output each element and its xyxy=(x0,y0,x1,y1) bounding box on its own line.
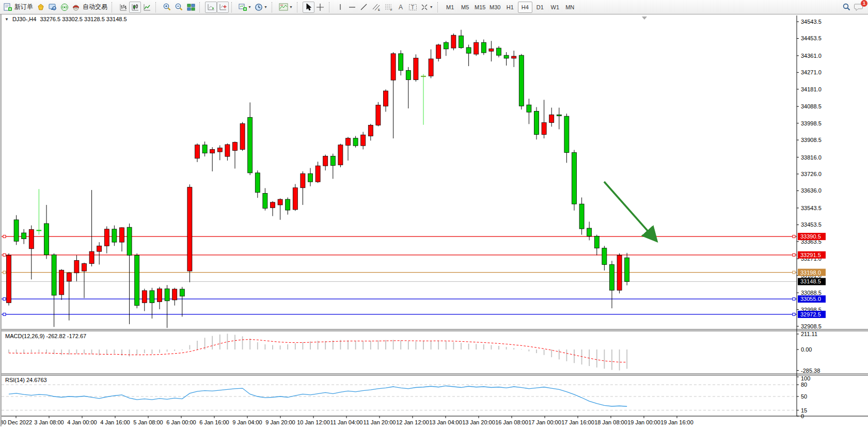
candle-body xyxy=(112,229,117,242)
horizontal-line[interactable] xyxy=(2,271,797,274)
text-label-button[interactable]: T xyxy=(407,2,419,13)
timeframe-m1[interactable]: M1 xyxy=(443,2,457,13)
toolbar-separator xyxy=(199,2,203,12)
search-icon xyxy=(842,3,851,11)
templates-button[interactable]: ▼ xyxy=(277,2,294,13)
candle-body xyxy=(286,199,290,210)
svg-text:33636.0: 33636.0 xyxy=(801,187,822,194)
line-chart-button[interactable] xyxy=(141,2,153,13)
svg-text:6 Jan 00:00: 6 Jan 00:00 xyxy=(166,419,196,425)
candle-body xyxy=(391,54,396,80)
fibonacci-button[interactable]: F xyxy=(383,2,395,13)
auto-scroll-button[interactable] xyxy=(205,2,217,13)
chevron-down-icon: ▼ xyxy=(248,5,251,9)
horizontal-line[interactable] xyxy=(2,298,797,300)
rsi-indicator-label: RSI(14) 24.6763 xyxy=(5,377,47,383)
chart-window[interactable]: 34543.534453.534361.034271.034181.034088… xyxy=(0,14,868,426)
svg-text:F: F xyxy=(390,8,392,11)
chart-shift-button[interactable] xyxy=(217,2,229,13)
new-order-button[interactable]: 新订单 xyxy=(2,2,35,13)
timeframe-mn[interactable]: MN xyxy=(563,2,577,13)
equidistant-channel-button[interactable]: E xyxy=(370,2,383,13)
timeframe-m5[interactable]: M5 xyxy=(458,2,472,13)
new-order-label: 新订单 xyxy=(14,3,33,11)
candle-body xyxy=(346,138,351,146)
candle-body xyxy=(7,255,11,303)
candle-body xyxy=(59,270,64,295)
bar-chart-button[interactable] xyxy=(117,2,129,13)
signals-button[interactable] xyxy=(58,2,70,13)
candle-body xyxy=(248,117,252,173)
candle-body xyxy=(263,194,267,209)
candle-body xyxy=(406,70,411,80)
horizontal-line[interactable] xyxy=(2,253,797,256)
tile-windows-button[interactable] xyxy=(185,2,197,13)
svg-text:100: 100 xyxy=(801,375,810,382)
search-button[interactable] xyxy=(841,2,853,13)
notifications-button[interactable]: 1 xyxy=(853,2,865,13)
toolbar-separator xyxy=(329,2,333,12)
text-button[interactable]: A xyxy=(395,2,407,13)
price-chart[interactable]: 34543.534453.534361.034271.034181.034088… xyxy=(2,14,868,426)
market-button[interactable] xyxy=(35,2,46,13)
svg-text:11 Jan 20:00: 11 Jan 20:00 xyxy=(364,419,396,425)
zoom-out-button[interactable] xyxy=(173,2,185,13)
vps-button[interactable] xyxy=(46,2,58,13)
fibonacci-icon: F xyxy=(384,3,393,11)
candlestick-chart-icon xyxy=(131,3,139,11)
candle-body xyxy=(127,227,132,255)
new-chart-button[interactable]: ▼ xyxy=(237,2,253,13)
candle-body xyxy=(97,246,102,251)
trendline-button[interactable] xyxy=(358,2,370,13)
candle-body xyxy=(444,42,448,49)
candle-body xyxy=(451,35,456,48)
cursor-button[interactable] xyxy=(303,2,314,13)
mt4-terminal: 新订单 自动交易 xyxy=(0,0,868,429)
candle-body xyxy=(150,291,154,303)
chevron-down-icon: ▼ xyxy=(289,5,293,9)
horizontal-line-button[interactable] xyxy=(346,2,358,13)
timeframe-h4[interactable]: H4 xyxy=(518,2,532,13)
candle-body xyxy=(489,49,494,52)
candle-body xyxy=(527,105,531,112)
timeframe-h1[interactable]: H1 xyxy=(503,2,517,13)
price-label: 33390.5 xyxy=(798,233,826,240)
timeframe-m15[interactable]: M15 xyxy=(473,2,487,13)
zoom-in-button[interactable] xyxy=(161,2,173,13)
svg-text:50: 50 xyxy=(801,393,807,400)
one-click-trading-toggle[interactable]: ▼ xyxy=(5,17,9,22)
arrows-button[interactable]: ▼ xyxy=(419,2,435,13)
svg-text:13 Jan 04:00: 13 Jan 04:00 xyxy=(429,419,462,425)
svg-text:4 Jan 00:00: 4 Jan 00:00 xyxy=(67,419,97,425)
horizontal-line-icon xyxy=(348,3,356,11)
auto-trading-button[interactable]: 自动交易 xyxy=(70,2,109,13)
svg-text:E: E xyxy=(378,8,380,11)
candle-body xyxy=(104,229,109,246)
crosshair-button[interactable] xyxy=(314,2,326,13)
candle-body xyxy=(225,145,230,156)
auto-trading-label: 自动交易 xyxy=(83,3,107,11)
svg-text:T: T xyxy=(411,5,414,10)
trend-arrow[interactable] xyxy=(604,182,656,241)
chart-shift-marker[interactable] xyxy=(642,17,647,20)
timeframe-m30[interactable]: M30 xyxy=(488,2,502,13)
vertical-line-button[interactable] xyxy=(335,2,346,13)
new-order-icon xyxy=(4,3,12,11)
candle-body xyxy=(82,264,87,271)
candle-body xyxy=(368,125,373,136)
text-label-icon: T xyxy=(408,3,417,11)
candle-body xyxy=(202,145,207,153)
candle-body xyxy=(414,58,418,80)
svg-text:34543.5: 34543.5 xyxy=(801,19,822,25)
periods-button[interactable]: ▼ xyxy=(253,2,269,13)
candle-body xyxy=(255,173,260,193)
candle-body xyxy=(466,47,471,53)
price-label: 33148.5 xyxy=(798,278,826,285)
candlestick-chart-button[interactable] xyxy=(129,2,141,13)
timeframe-w1[interactable]: W1 xyxy=(548,2,562,13)
timeframe-d1[interactable]: D1 xyxy=(533,2,547,13)
candle-body xyxy=(542,122,546,134)
horizontal-line[interactable] xyxy=(2,313,797,315)
candle-body xyxy=(172,289,177,300)
candle-body xyxy=(44,224,49,255)
